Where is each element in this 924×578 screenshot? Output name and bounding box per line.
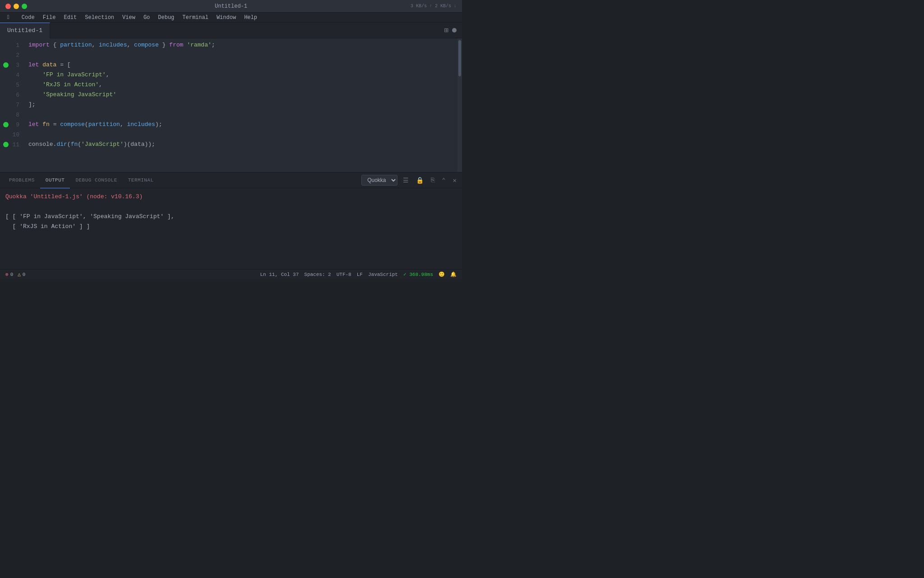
smiley-icon: 🙂 <box>439 271 445 277</box>
breakpoint-spacer <box>3 82 9 88</box>
gutter-row: 4 <box>0 70 21 80</box>
split-editor-icon[interactable]: ⊞ <box>444 26 448 35</box>
code-token <box>183 40 187 50</box>
code-line[interactable]: ]; <box>25 100 457 110</box>
line-number: 2 <box>10 52 19 59</box>
menu-code[interactable]: Code <box>18 14 38 22</box>
menu-edit[interactable]: Edit <box>60 14 80 22</box>
code-token: , <box>106 70 110 80</box>
gutter-row: 11 <box>0 140 21 149</box>
tab-actions: ⊞ <box>444 26 462 35</box>
code-token: fn <box>42 120 50 130</box>
breakpoint-indicator[interactable] <box>3 62 9 68</box>
maximize-button[interactable] <box>22 4 27 9</box>
tab-label: Untitled-1 <box>7 27 42 34</box>
code-token <box>39 60 42 70</box>
code-line[interactable]: 'Speaking JavaScript' <box>25 90 457 100</box>
line-number: 1 <box>10 42 19 49</box>
code-token: let <box>28 120 39 130</box>
code-token: from <box>169 40 183 50</box>
copy-icon[interactable]: ⎘ <box>429 176 436 185</box>
code-token: ]; <box>28 100 36 110</box>
tab-terminal[interactable]: TERMINAL <box>123 172 159 188</box>
line-number: 8 <box>10 112 19 118</box>
code-line[interactable]: let fn = compose(partition, includes); <box>25 120 457 130</box>
indentation[interactable]: Spaces: 2 <box>304 271 331 277</box>
statusbar: ⊗ 0 △ 0 Ln 11, Col 37 Spaces: 2 UTF-8 LF… <box>0 269 462 279</box>
code-token: , <box>127 40 134 50</box>
line-number: 6 <box>10 92 19 98</box>
tab-debug-console[interactable]: DEBUG CONSOLE <box>70 172 122 188</box>
code-line[interactable]: 'RxJS in Action', <box>25 80 457 90</box>
menu-help[interactable]: Help <box>240 14 261 22</box>
menu-window[interactable]: Window <box>213 14 240 22</box>
code-token: ); <box>155 120 162 130</box>
minimize-button[interactable] <box>14 4 19 9</box>
clear-output-icon[interactable]: ☰ <box>401 176 411 185</box>
panel-output: Quokka 'Untitled-1.js' (node: v10.16.3) … <box>0 188 462 269</box>
gutter-row: 7 <box>0 100 21 110</box>
tab-untitled1[interactable]: Untitled-1 <box>0 23 50 38</box>
code-token: = [ <box>56 60 70 70</box>
code-token: 'JavaScript' <box>81 140 124 149</box>
expand-icon[interactable]: ⌃ <box>440 176 447 185</box>
breakpoint-indicator[interactable] <box>3 122 9 127</box>
scrollbar[interactable] <box>457 38 462 172</box>
code-line[interactable] <box>25 110 457 120</box>
code-token <box>28 80 42 90</box>
line-number: 4 <box>10 72 19 79</box>
encoding[interactable]: UTF-8 <box>337 271 351 277</box>
tab-output[interactable]: OUTPUT <box>40 172 70 188</box>
scrollbar-thumb[interactable] <box>458 40 461 76</box>
menu-debug[interactable]: Debug <box>154 14 178 22</box>
menu-bar:  Code File Edit Selection View Go Debug… <box>0 13 462 23</box>
gutter-row: 9 <box>0 120 21 130</box>
code-line[interactable] <box>25 130 457 140</box>
breakpoint-spacer <box>3 92 9 98</box>
eol[interactable]: LF <box>357 271 363 277</box>
menu-terminal[interactable]: Terminal <box>179 14 212 22</box>
code-line[interactable] <box>25 50 457 60</box>
code-token: import <box>28 40 50 50</box>
titlebar: Untitled-1 3 KB/s ↑ 2 KB/s ↓ <box>0 0 462 13</box>
close-panel-icon[interactable]: ✕ <box>451 176 458 185</box>
menu-selection[interactable]: Selection <box>81 14 118 22</box>
output-line: [ 'RxJS in Action' ] ] <box>5 222 457 232</box>
gutter-row: 5 <box>0 80 21 90</box>
menu-file[interactable]: File <box>39 14 60 22</box>
code-token: ( <box>78 140 81 149</box>
cursor-position[interactable]: Ln 11, Col 37 <box>260 271 299 277</box>
breakpoint-indicator[interactable] <box>3 142 9 147</box>
menu-go[interactable]: Go <box>140 14 153 22</box>
code-token: 'ramda' <box>187 40 212 50</box>
code-token: , <box>92 40 99 50</box>
lock-icon[interactable]: 🔒 <box>414 176 425 185</box>
line-number: 11 <box>10 141 19 148</box>
menu-view[interactable]: View <box>119 14 139 22</box>
code-token: compose <box>134 40 159 50</box>
language[interactable]: JavaScript <box>368 271 398 277</box>
code-token: compose <box>60 120 85 130</box>
code-line[interactable]: let data = [ <box>25 60 457 70</box>
code-token: ( <box>85 120 88 130</box>
code-token: data <box>130 140 144 149</box>
bell-icon: 🔔 <box>450 271 457 277</box>
code-token: fn <box>71 140 78 149</box>
breakpoint-spacer <box>3 102 9 107</box>
code-content[interactable]: import { partition, includes, compose } … <box>25 38 457 172</box>
breakpoint-spacer <box>3 72 9 78</box>
apple-menu[interactable]:  <box>4 13 14 22</box>
output-selector[interactable]: Quokka <box>361 175 397 186</box>
titlebar-right: 3 KB/s ↑ 2 KB/s ↓ <box>411 4 457 9</box>
close-button[interactable] <box>5 4 11 9</box>
code-line[interactable]: console.dir(fn('JavaScript')(data)); <box>25 140 457 149</box>
code-line[interactable]: 'FP in JavaScript', <box>25 70 457 80</box>
line-number: 7 <box>10 102 19 108</box>
code-token: . <box>53 140 57 149</box>
code-editor[interactable]: 1234567891011 import { partition, includ… <box>0 38 462 172</box>
gutter-row: 2 <box>0 50 21 60</box>
tab-problems[interactable]: PROBLEMS <box>4 172 40 188</box>
gutter-row: 3 <box>0 60 21 70</box>
code-line[interactable]: import { partition, includes, compose } … <box>25 40 457 50</box>
code-token: partition <box>60 40 92 50</box>
